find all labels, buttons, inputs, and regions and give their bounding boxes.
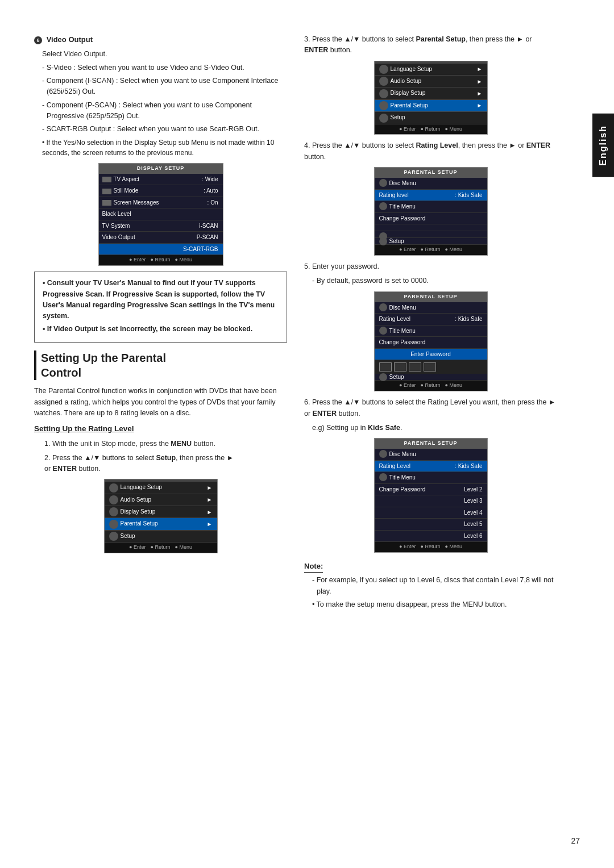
menu-row-r-parental: Parental Setup►: [375, 100, 487, 112]
icon-setup: [109, 532, 118, 541]
step5-block: 5. Enter your password. - By default, pa…: [304, 261, 557, 391]
section-number-icon: 6: [34, 36, 42, 44]
bullet-pscan: - Component (P-SCAN) : Select when you w…: [42, 100, 287, 122]
pm2-icon2: [379, 327, 387, 335]
pm2-icons2: Title Menu: [375, 326, 487, 337]
main-two-col: 6 Video Output Select Video Output. - S-…: [34, 34, 557, 613]
display-setup-title: DISPLAY SETUP: [99, 164, 223, 174]
pm3-level5: Level 5: [375, 519, 487, 531]
pm3-icons-row: Disc Menu: [375, 449, 487, 461]
dm-icon-1: [102, 189, 111, 194]
step6-text: 6. Press the ▲/▼ buttons to select the R…: [304, 397, 557, 419]
menu-nav-left: ● Enter ● Return ● Menu: [105, 542, 217, 553]
parental-menu-1: PARENTAL SETUP Disc Menu Rating level: K…: [374, 167, 488, 256]
pm2-rating: Rating Level: Kids Safe: [375, 314, 487, 326]
pm3-change-pw: Change PasswordLevel 2: [375, 484, 487, 496]
left-column: 6 Video Output Select Video Output. - S-…: [34, 34, 287, 613]
warning-box: • Consult your TV User's Manual to find …: [34, 272, 287, 343]
pm3-icon1: [379, 450, 387, 458]
dm-row-2: Screen Messages: On: [99, 197, 223, 209]
note-label: Note:: [304, 561, 323, 573]
pm3-nav: ● Enter ● Return ● Menu: [375, 542, 487, 552]
menu-row-parental: Parental Setup►: [105, 518, 217, 530]
icon-r-setup: [379, 114, 388, 123]
parental-control-section: Setting Up the Parental Control The Pare…: [34, 350, 287, 553]
bullet-scart: - SCART-RGB Output : Select when you wan…: [42, 124, 287, 135]
icon-r-parental: [379, 101, 388, 110]
pm2-change-pw: Change Password: [375, 337, 487, 349]
step4-text: 4. Press the ▲/▼ buttons to select Ratin…: [304, 140, 557, 162]
rating-steps: 1. With the unit in Stop mode, press the…: [44, 439, 287, 474]
pm1-icon4: [379, 237, 387, 245]
pm3-title: PARENTAL SETUP: [375, 439, 487, 449]
parental-menu-2: PARENTAL SETUP Disc Menu Rating Level: K…: [374, 291, 488, 391]
video-output-title: 6 Video Output: [34, 34, 287, 45]
menu-row-display: Display Setup►: [105, 506, 217, 518]
icon-chat: [109, 483, 118, 493]
step5-note: - By default, password is set to 0000.: [312, 276, 557, 286]
pm2-title: PARENTAL SETUP: [375, 292, 487, 302]
menu-nav-right: ● Enter ● Return ● Menu: [375, 124, 487, 135]
note-bullet-1: - For example, if you select up to Level…: [312, 575, 557, 597]
note-bullet-2: • To make the setup menu disappear, pres…: [312, 599, 557, 610]
pm2-icons-row: Disc Menu: [375, 302, 487, 314]
icon-audio: [109, 495, 118, 504]
menu-row-chat: Language Setup►: [105, 482, 217, 494]
pm1-password-row: Title Menu: [375, 201, 487, 213]
step6-block: 6. Press the ▲/▼ buttons to select the R…: [304, 397, 557, 553]
menu-row-r-lang: Language Setup►: [375, 64, 487, 76]
menu-row-r-audio: Audio Setup►: [375, 76, 487, 87]
step5-text: 5. Enter your password.: [304, 261, 557, 272]
parental-intro: The Parental Control function works in c…: [34, 386, 287, 419]
language-tab: English: [592, 114, 614, 177]
pm1-title: PARENTAL SETUP: [375, 168, 487, 178]
pm1-row-icons: Disc Menu: [375, 178, 487, 190]
icon-r-audio: [379, 77, 388, 86]
pm3-level3: Level 3: [375, 495, 487, 507]
right-column: 3. Press the ▲/▼ buttons to select Paren…: [304, 34, 557, 613]
pw-box-3: [409, 362, 421, 372]
step3-text: 3. Press the ▲/▼ buttons to select Paren…: [304, 34, 557, 56]
pm2-pw-boxes: [375, 360, 487, 374]
icon-parental: [109, 520, 118, 529]
video-output-intro: Select Video Output.: [42, 49, 287, 60]
pm2-setup: Setup: [375, 374, 487, 381]
step-2: 2. Press the ▲/▼ buttons to select Setup…: [44, 453, 287, 475]
pm1-icon2: [379, 202, 387, 210]
page-number: 27: [571, 836, 580, 845]
step-1: 1. With the unit in Stop mode, press the…: [44, 439, 287, 449]
pm3-rating: Rating Level: Kids Safe: [375, 461, 487, 473]
menu-row-r-setup: Setup: [375, 112, 487, 124]
pw-box-4: [424, 362, 436, 372]
step6-eg: e.g) Setting up in Kids Safe.: [312, 423, 557, 433]
icon-display: [109, 507, 118, 516]
pw-box-1: [379, 362, 392, 372]
display-setup-menu: DISPLAY SETUP TV Aspect: Wide Still Mode…: [98, 163, 223, 266]
warning-line-2: • If Video Output is set incorrectly, th…: [43, 324, 279, 335]
icon-r-display: [379, 89, 388, 98]
pm3-icons2: Title Menu: [375, 472, 487, 484]
menu-row-r-display: Display Setup►: [375, 87, 487, 99]
menu-row-setup: Setup: [105, 531, 217, 542]
pm3-icon2: [379, 473, 387, 481]
pm2-icon1: [379, 303, 387, 311]
dm-icon-0: [102, 177, 111, 182]
icon-r-lang: [379, 65, 388, 74]
dm-nav: ● Enter ● Return ● Menu: [99, 255, 223, 265]
bullet-iscan: - Component (I-SCAN) : Select when you w…: [42, 76, 287, 98]
pm2-icon3: [379, 373, 387, 381]
setup-menu-left: Language Setup► Audio Setup► Display Set…: [104, 479, 218, 553]
dm-row-6: S-CART-RGB: [99, 244, 223, 256]
dm-icon-2: [102, 200, 111, 206]
dm-row-0: TV Aspect: Wide: [99, 174, 223, 186]
video-output-section: 6 Video Output Select Video Output. - S-…: [34, 34, 287, 158]
dm-row-1: Still Mode: Auto: [99, 185, 223, 197]
pm1-setup: Setup: [375, 238, 487, 245]
pm1-empty1: [375, 224, 487, 231]
bullet-svideo: - S-Video : Select when you want to use …: [42, 62, 287, 73]
pm3-level6: Level 6: [375, 531, 487, 542]
setup-menu-right: Language Setup► Audio Setup► Display Set…: [374, 61, 488, 135]
dm-row-4: TV Systemi-SCAN: [99, 220, 223, 232]
step4-block: 4. Press the ▲/▼ buttons to select Ratin…: [304, 140, 557, 256]
pm1-icon1: [379, 179, 387, 187]
